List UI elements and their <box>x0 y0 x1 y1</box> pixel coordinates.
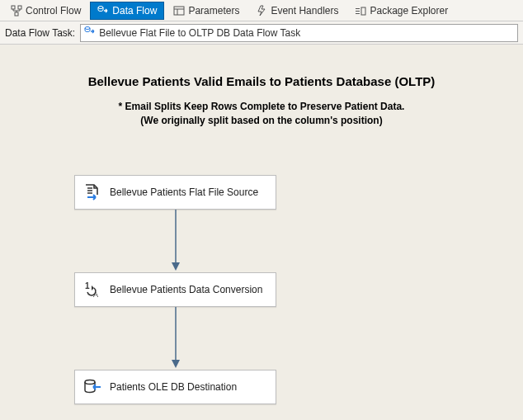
svg-point-3 <box>98 6 103 8</box>
task-dropdown[interactable]: Bellevue Flat File to OLTP DB Data Flow … <box>80 24 518 42</box>
canvas-annotation: Bellevue Patients Valid Emails to Patien… <box>0 74 523 128</box>
tabs-bar: Control Flow Data Flow Parameters Event … <box>0 0 523 21</box>
data-flow-icon <box>97 5 109 17</box>
connector-arrow[interactable] <box>169 210 182 272</box>
svg-point-17 <box>85 380 95 385</box>
tab-control-flow[interactable]: Control Flow <box>3 2 88 20</box>
svg-rect-1 <box>18 6 21 9</box>
event-handlers-icon <box>256 5 267 17</box>
svg-rect-4 <box>174 7 184 15</box>
node-data-conversion[interactable]: 1 A Bellevue Patients Data Conversion <box>74 272 276 307</box>
package-explorer-icon <box>355 5 366 17</box>
control-flow-icon <box>11 5 22 17</box>
task-label: Data Flow Task: <box>5 27 75 39</box>
svg-rect-7 <box>356 13 360 14</box>
task-dropdown-value: Bellevue Flat File to OLTP DB Data Flow … <box>99 27 300 39</box>
node-ole-db-destination[interactable]: Patients OLE DB Destination <box>74 370 276 404</box>
data-flow-task-icon <box>84 26 96 40</box>
task-bar: Data Flow Task: Bellevue Flat File to OL… <box>0 21 523 45</box>
svg-text:1: 1 <box>85 281 90 290</box>
data-conversion-icon: 1 A <box>83 281 101 299</box>
svg-rect-5 <box>356 8 360 9</box>
tab-label: Data Flow <box>112 5 157 17</box>
svg-rect-2 <box>15 12 18 16</box>
tab-package-explorer[interactable]: Package Explorer <box>347 2 455 20</box>
svg-rect-6 <box>356 11 360 12</box>
canvas-subtitle-line2: (We originally split based on the column… <box>0 114 523 128</box>
connector-arrow[interactable] <box>169 307 182 370</box>
node-label: Patients OLE DB Destination <box>110 381 237 393</box>
tab-label: Package Explorer <box>370 5 448 17</box>
node-label: Bellevue Patients Data Conversion <box>110 284 262 295</box>
svg-point-9 <box>85 27 90 30</box>
svg-marker-11 <box>172 262 180 271</box>
tab-parameters[interactable]: Parameters <box>166 2 247 20</box>
design-canvas[interactable]: Bellevue Patients Valid Emails to Patien… <box>0 45 523 420</box>
svg-marker-16 <box>172 360 180 368</box>
flat-file-source-icon <box>83 183 101 201</box>
tab-label: Control Flow <box>26 5 81 17</box>
svg-rect-0 <box>12 6 15 9</box>
ole-db-destination-icon <box>83 378 101 396</box>
canvas-title: Bellevue Patients Valid Emails to Patien… <box>0 74 523 88</box>
node-label: Bellevue Patients Flat File Source <box>110 186 258 198</box>
tab-label: Event Handlers <box>271 5 338 17</box>
svg-rect-8 <box>361 7 365 15</box>
tab-event-handlers[interactable]: Event Handlers <box>248 2 346 20</box>
node-flat-file-source[interactable]: Bellevue Patients Flat File Source <box>74 175 276 210</box>
tab-data-flow[interactable]: Data Flow <box>90 2 164 20</box>
tab-label: Parameters <box>188 5 239 17</box>
svg-text:A: A <box>93 290 98 299</box>
canvas-subtitle-line1: * Email Splits Keep Rows Complete to Pre… <box>0 100 523 114</box>
parameters-icon <box>173 5 185 17</box>
